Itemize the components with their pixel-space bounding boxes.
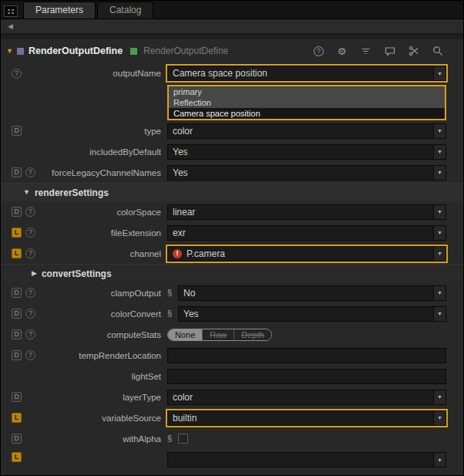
type-dropdown[interactable]: color ▼ <box>167 123 446 139</box>
local-badge[interactable]: L <box>12 228 22 238</box>
tempRenderLocation-input[interactable] <box>167 348 446 363</box>
withAlpha-checkbox[interactable] <box>178 434 188 444</box>
chevron-down-icon[interactable]: ▼ <box>433 453 446 467</box>
computeStats-option-raw[interactable]: Raw <box>202 329 234 340</box>
chevron-down-icon[interactable]: ▼ <box>433 247 446 261</box>
lightSet-input[interactable] <box>167 369 446 384</box>
computeStats-option-depth[interactable]: Depth <box>234 329 271 340</box>
outputName-value: Camera space position <box>173 68 267 79</box>
channel-value: P.camera <box>187 248 225 259</box>
outputName-dropdown[interactable]: Camera space position ▼ <box>167 66 446 81</box>
default-badge[interactable]: D <box>12 434 22 444</box>
variableSource-value: builtin <box>173 413 197 424</box>
help-icon[interactable]: ? <box>25 309 35 319</box>
comment-icon[interactable] <box>384 46 395 57</box>
param-row-partial: L ▼ <box>1 449 463 475</box>
node-name: RenderOutputDefine <box>29 46 123 56</box>
chevron-down-icon[interactable]: ▼ <box>433 286 446 300</box>
help-icon[interactable]: ? <box>25 329 35 339</box>
channel-dropdown[interactable]: ! P.camera ▼ <box>167 246 446 262</box>
default-badge[interactable]: D <box>12 350 22 360</box>
colorConvert-dropdown[interactable]: Yes ▼ <box>178 306 446 322</box>
dropdown-item-primary[interactable]: primary <box>169 86 445 97</box>
local-badge[interactable]: L <box>12 413 22 423</box>
param-row-colorConvert: D ? colorConvert § Yes ▼ <box>1 303 463 324</box>
local-badge[interactable]: L <box>12 248 22 258</box>
default-badge[interactable]: D <box>12 126 22 136</box>
variableSource-dropdown[interactable]: builtin ▼ <box>167 410 446 426</box>
layerType-dropdown[interactable]: color ▼ <box>167 390 446 405</box>
clampOutput-value: No <box>183 288 195 299</box>
group-label-rendererSettings: rendererSettings <box>35 187 109 198</box>
chevron-down-icon[interactable]: ▼ <box>433 145 446 159</box>
pane-menu-icon[interactable] <box>4 5 18 17</box>
tab-catalog-label: Catalog <box>109 5 141 15</box>
help-icon[interactable]: ? <box>12 69 22 79</box>
partial-dropdown[interactable]: ▼ <box>167 452 446 468</box>
computeStats-option-none[interactable]: None <box>168 329 202 340</box>
default-badge[interactable]: D <box>12 207 22 217</box>
chevron-down-icon[interactable]: ▼ <box>433 390 446 404</box>
help-icon[interactable]: ? <box>25 288 35 298</box>
dropdown-item-reflection[interactable]: Reflection <box>169 97 445 108</box>
fileExtension-dropdown[interactable]: exr ▼ <box>167 225 446 241</box>
group-expanded-triangle-icon[interactable]: ▼ <box>23 189 30 196</box>
tab-catalog[interactable]: Catalog <box>97 2 153 19</box>
search-icon[interactable] <box>432 46 443 57</box>
state-icon[interactable]: § <box>167 289 173 297</box>
help-icon[interactable]: ? <box>25 350 35 360</box>
chevron-down-icon[interactable]: ▼ <box>433 205 446 219</box>
colorSpace-dropdown[interactable]: linear ▼ <box>167 204 446 220</box>
clampOutput-dropdown[interactable]: No ▼ <box>178 285 446 301</box>
collapse-triangle-icon[interactable]: ▼ <box>6 48 13 55</box>
chevron-down-icon[interactable]: ▼ <box>433 66 446 80</box>
group-convertSettings[interactable]: ▶ convertSettings <box>1 264 463 282</box>
param-label-clampOutput: clampOutput <box>50 289 167 298</box>
back-arrow-icon[interactable]: ◀ <box>5 22 16 32</box>
group-label-convertSettings: convertSettings <box>42 268 112 279</box>
param-row-computeStats: D ? computeStats None Raw Depth <box>1 324 463 345</box>
includedByDefault-value: Yes <box>173 147 188 157</box>
chevron-down-icon[interactable]: ▼ <box>433 411 446 425</box>
parameter-list: ? outputName Camera space position ▼ pri… <box>1 62 463 475</box>
includedByDefault-dropdown[interactable]: Yes ▼ <box>167 144 446 160</box>
param-row-fileExtension: L ? fileExtension exr ▼ <box>1 222 463 243</box>
default-badge[interactable]: D <box>12 392 22 402</box>
tab-parameters[interactable]: Parameters <box>23 2 96 19</box>
outputName-dropdown-list: primary Reflection Camera space position <box>167 85 446 120</box>
filter-icon[interactable] <box>360 46 372 57</box>
chevron-down-icon[interactable]: ▼ <box>433 124 446 138</box>
param-row-forceLegacyChannelNames: D ? forceLegacyChannelNames Yes ▼ <box>1 162 463 183</box>
node-type: RenderOutputDefine <box>143 46 228 56</box>
default-badge[interactable]: D <box>12 288 22 298</box>
state-icon[interactable]: § <box>167 309 173 318</box>
gear-icon[interactable]: ⚙ <box>336 46 348 57</box>
help-icon[interactable]: ? <box>25 228 35 238</box>
group-rendererSettings[interactable]: ▼ rendererSettings <box>1 183 463 201</box>
error-icon: ! <box>173 249 182 258</box>
default-badge[interactable]: D <box>12 309 22 319</box>
help-icon[interactable]: ? <box>25 207 35 217</box>
chevron-down-icon[interactable]: ▼ <box>433 226 446 240</box>
scissors-icon[interactable] <box>408 46 419 57</box>
chevron-down-icon[interactable]: ▼ <box>433 166 446 180</box>
param-row-channel: L ? channel ! P.camera ▼ <box>1 243 463 264</box>
param-row-type: D type color ▼ <box>1 120 463 141</box>
param-label-colorConvert: colorConvert <box>50 309 167 319</box>
computeStats-segmented-control: None Raw Depth <box>167 329 272 341</box>
default-badge[interactable]: D <box>12 329 22 339</box>
param-row-variableSource: L variableSource builtin ▼ <box>1 407 463 428</box>
help-icon[interactable]: ? <box>25 167 35 177</box>
local-badge[interactable]: L <box>12 452 22 462</box>
forceLegacyChannelNames-dropdown[interactable]: Yes ▼ <box>167 165 446 181</box>
dropdown-item-camera-space-position[interactable]: Camera space position <box>169 108 445 119</box>
chevron-down-icon[interactable]: ▼ <box>433 307 446 321</box>
help-icon[interactable]: ? <box>25 248 35 258</box>
group-collapsed-triangle-icon[interactable]: ▶ <box>32 270 37 277</box>
param-label-forceLegacyChannelNames: forceLegacyChannelNames <box>50 168 167 177</box>
help-icon[interactable]: ? <box>314 46 324 56</box>
state-icon[interactable]: § <box>167 434 173 443</box>
param-row-lightSet: lightSet <box>1 366 463 387</box>
default-badge[interactable]: D <box>12 167 22 177</box>
param-row-colorSpace: D ? colorSpace linear ▼ <box>1 201 463 222</box>
